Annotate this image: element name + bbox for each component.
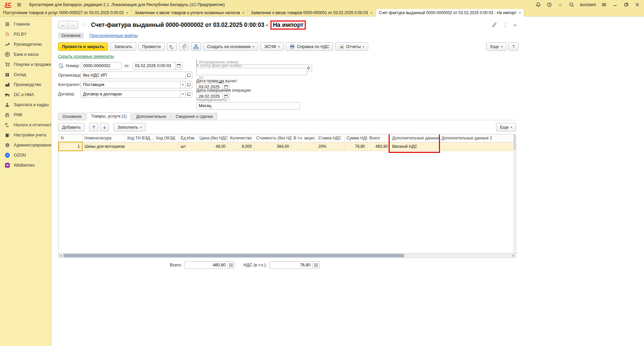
column-header-dop-dannye-2[interactable]: Дополнительные данные 2 — [439, 134, 514, 142]
sidebar-item-ozon[interactable]: O OZON — [0, 150, 51, 160]
sidebar-item-poby[interactable]: PO.BY — [0, 29, 51, 39]
column-header-kolichestvo[interactable]: Количество — [228, 134, 254, 142]
favorite-star-icon[interactable]: ☆ — [82, 21, 87, 29]
history-icon[interactable] — [547, 2, 552, 7]
scroll-left-icon[interactable]: ◄ — [58, 254, 63, 258]
vat-help-button[interactable]: Справка по НДС — [286, 42, 333, 51]
tab-dopolnitelno[interactable]: Дополнительно — [132, 113, 170, 120]
cell-akciz[interactable] — [291, 142, 316, 151]
tab-schet-faktura[interactable]: Счет-фактура выданный 0000-0000002 от 03… — [376, 9, 524, 16]
items-more-button[interactable]: Еще▾ — [496, 123, 516, 131]
save-button[interactable]: Записать — [110, 42, 136, 51]
search-icon[interactable] — [569, 2, 574, 7]
favorites-star-icon[interactable]: ☆ — [558, 2, 563, 7]
minimize-icon[interactable] — [612, 2, 618, 7]
sidebar-item-wildberries[interactable]: W Wildberries — [0, 160, 51, 170]
calculator-button[interactable] — [228, 261, 235, 269]
column-header-akciz[interactable]: В т.ч. акциз — [291, 134, 316, 142]
get-link-icon[interactable] — [492, 22, 497, 28]
cell-dop-dannye-2[interactable] — [439, 142, 514, 151]
more-button[interactable]: Еще▾ — [486, 42, 506, 51]
open-button[interactable] — [186, 90, 192, 98]
main-menu-icon[interactable] — [16, 2, 22, 7]
sidebar-item-rmk[interactable]: РМК — [0, 110, 51, 120]
show-postings-button[interactable]: ДтКт — [167, 42, 177, 51]
open-button[interactable] — [186, 72, 192, 79]
total-input[interactable]: 460,80 — [184, 261, 228, 269]
tab-zayavlenie-kosvennye[interactable]: Заявление о ввозе товаров и уплате косве… — [132, 9, 248, 16]
sidebar-item-zarplata-kadry[interactable]: Зарплата и кадры — [0, 100, 51, 110]
dropdown-button[interactable]: ▾ — [181, 81, 186, 88]
tab-osnovnoe[interactable]: Основное — [58, 113, 86, 120]
column-header-n[interactable]: N — [59, 134, 82, 142]
cell-n[interactable]: 1 — [59, 142, 82, 151]
sidebar-item-nastroiki-ucheta[interactable]: Настройки учета — [0, 130, 51, 140]
cell-nomenklatura[interactable]: Шины для мотоциков. — [82, 142, 125, 151]
column-header-stoimost[interactable]: Стоимость (без НДС) — [254, 134, 291, 142]
close-tab-icon[interactable]: × — [126, 11, 128, 15]
cell-stavka-nds[interactable]: 20% — [316, 142, 344, 151]
post-button[interactable]: Провести — [138, 42, 165, 51]
sidebar-item-nalogi[interactable]: ДтКт Налоги и отчетность — [0, 120, 51, 130]
move-row-down-button[interactable] — [100, 123, 109, 131]
sidebar-item-os-nma[interactable]: ОС и НМА — [0, 90, 51, 100]
sidebar-item-sklad[interactable]: Склад — [0, 70, 51, 80]
close-form-icon[interactable]: × — [513, 23, 516, 28]
reports-button[interactable]: Отчеты▾ — [335, 42, 368, 51]
column-header-summa-nds[interactable]: Сумма НДС — [344, 134, 367, 142]
column-header-oked[interactable]: Код ОКЭД — [154, 134, 179, 142]
column-header-cena[interactable]: Цена (без НДС) — [197, 134, 228, 142]
eschf-button[interactable]: ЭСЧФ▾ — [260, 42, 284, 51]
sidebar-item-bank-kassa[interactable]: ₽ Банк и касса — [0, 49, 51, 59]
to-invoice-number-input[interactable] — [196, 68, 307, 75]
calendar-button[interactable] — [176, 62, 182, 70]
close-tab-icon[interactable]: × — [242, 11, 244, 15]
hide-requisites-link[interactable]: Скрыть основные реквизиты — [58, 54, 114, 59]
tab-tovary-uslugi[interactable]: Товары, услуги (1) — [87, 113, 131, 120]
column-header-vsego[interactable]: Всего — [367, 134, 390, 142]
tab-svedeniya-o-sdelke[interactable]: Сведения о сделке — [171, 113, 217, 120]
help-button[interactable]: ? — [508, 42, 518, 51]
column-header-tnved[interactable]: Код ТН ВЭД... — [125, 134, 154, 142]
organization-input[interactable]: без НДС ИП — [81, 72, 186, 79]
sidebar-item-glavnoe[interactable]: Главное — [0, 19, 51, 29]
attachments-button[interactable] — [179, 42, 189, 51]
cell-dop-dannye[interactable]: Ввозной НДС — [390, 142, 439, 151]
sidebar-item-administrirovanie[interactable]: Администрирование — [0, 140, 51, 150]
forward-icon[interactable]: → — [68, 21, 78, 29]
date-input[interactable]: 03.02.2025 0:00:03 — [133, 62, 176, 70]
scroll-right-icon[interactable]: ► — [511, 254, 516, 258]
vat-total-input[interactable]: 76,80 — [269, 261, 313, 269]
create-on-base-button[interactable]: Создать на основании▾ — [203, 42, 258, 51]
tab-zayavlenie-vvoz[interactable]: Заявление о ввозе товаров 0000-000001 от… — [248, 9, 376, 16]
subnav-attached-files[interactable]: Присоединенные файлы — [89, 33, 138, 38]
cell-vsego[interactable]: 460,80 — [367, 142, 390, 151]
periodicity-input[interactable]: Месяц — [196, 102, 300, 110]
close-tab-icon[interactable]: × — [519, 11, 521, 15]
table-row[interactable]: 1 Шины для мотоциков. шт 48,00 8,000 384… — [59, 142, 514, 151]
cell-edizm[interactable]: шт — [179, 142, 197, 151]
back-icon[interactable]: ← — [58, 21, 68, 29]
calculator-button[interactable] — [313, 261, 319, 269]
contract-input[interactable]: Договор в долларах — [81, 90, 181, 98]
sidebar-item-proizvodstvo[interactable]: Производство — [0, 80, 51, 90]
open-button[interactable] — [186, 81, 192, 88]
notifications-bell-icon[interactable] — [536, 2, 541, 7]
sidebar-item-rukovoditelyu[interactable]: Руководителю — [0, 39, 51, 49]
horizontal-scrollbar[interactable]: ◄ ► — [58, 254, 516, 258]
cell-kolichestvo[interactable]: 8,000 — [228, 142, 254, 151]
cell-oked[interactable] — [154, 142, 179, 151]
kebab-menu-icon[interactable]: ⋮ — [503, 23, 508, 28]
subnav-main[interactable]: Основное — [58, 33, 84, 39]
vertical-scrollbar-thumb[interactable] — [514, 135, 515, 150]
column-header-stavka-nds[interactable]: Ставка НДС — [316, 134, 344, 142]
cell-tnved[interactable] — [125, 142, 154, 151]
cell-cena[interactable]: 48,00 — [197, 142, 228, 151]
close-tab-icon[interactable]: × — [370, 11, 372, 15]
restore-window-icon[interactable] — [624, 2, 629, 7]
vertical-scrollbar[interactable] — [513, 134, 516, 253]
tab-postuplenie[interactable]: Поступление товаров и услуг 0000-000027 … — [0, 9, 132, 16]
column-header-edizm[interactable]: Ед.Изм. — [179, 134, 197, 142]
current-user[interactable]: assistant — [580, 2, 596, 7]
column-header-nomenklatura[interactable]: Номенклатура — [82, 134, 125, 142]
